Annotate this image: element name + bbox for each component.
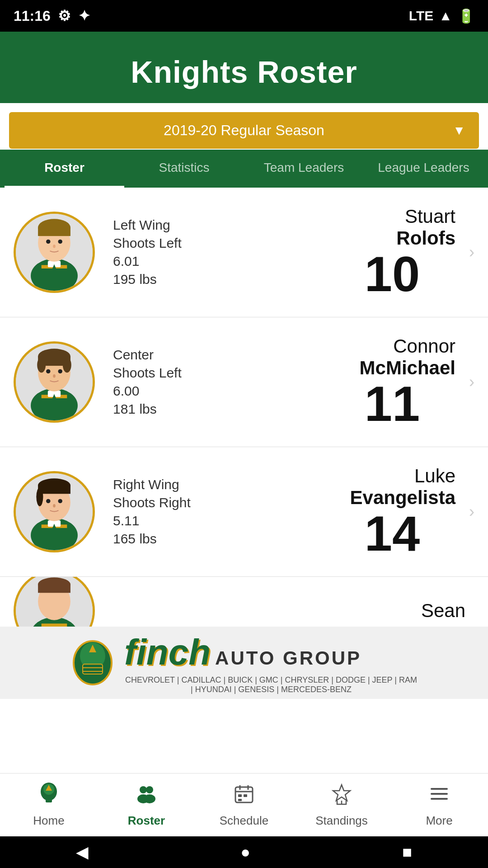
- table-row[interactable]: Left Wing Shoots Left 6.01 195 lbs Stuar…: [0, 188, 488, 317]
- player-identity: Sean: [339, 600, 474, 622]
- battery-icon: 🔋: [458, 8, 474, 24]
- svg-point-9: [46, 240, 50, 244]
- table-row[interactable]: Sean: [0, 577, 488, 627]
- player-identity: Connor McMichael 11: [329, 335, 465, 429]
- nav-item-more[interactable]: More: [390, 774, 488, 836]
- ad-sub-text: AUTO GROUP: [215, 647, 361, 669]
- avatar: [14, 471, 95, 552]
- svg-rect-64: [238, 794, 242, 797]
- svg-rect-8: [38, 227, 70, 236]
- svg-point-23: [46, 369, 50, 373]
- bottom-nav: Home Roster Schedule: [0, 773, 488, 836]
- nav-label-schedule: Schedule: [220, 814, 268, 828]
- chevron-right-icon: ›: [465, 502, 474, 521]
- svg-point-22: [63, 357, 71, 373]
- player-position: Left Wing: [113, 217, 329, 233]
- svg-point-21: [37, 357, 46, 373]
- more-icon: [428, 783, 450, 810]
- player-identity: Luke Evangelista 14: [329, 465, 465, 558]
- player-info: Center Shoots Left 6.00 181 lbs: [95, 347, 329, 417]
- player-weight: 165 lbs: [113, 531, 329, 547]
- tab-roster[interactable]: Roster: [5, 150, 124, 188]
- nav-item-standings[interactable]: Standings: [293, 774, 390, 836]
- player-number: 14: [329, 509, 455, 558]
- svg-point-38: [53, 504, 56, 508]
- page-title: Knights Roster: [9, 54, 479, 90]
- schedule-icon: [233, 783, 255, 810]
- player-shoots: Shoots Left: [113, 365, 329, 381]
- chevron-down-icon: ▼: [453, 123, 465, 138]
- tab-league-leaders[interactable]: League Leaders: [364, 150, 483, 188]
- player-height: 5.11: [113, 513, 329, 528]
- roster-icon: [135, 783, 158, 810]
- svg-rect-65: [244, 794, 247, 797]
- svg-point-25: [53, 374, 56, 378]
- header: Knights Roster: [0, 32, 488, 103]
- status-time: 11:16: [14, 8, 51, 24]
- nav-item-schedule[interactable]: Schedule: [195, 774, 293, 836]
- nav-tabs: Roster Statistics Team Leaders League Le…: [0, 150, 488, 188]
- svg-point-35: [36, 487, 43, 506]
- nav-label-roster: Roster: [128, 814, 165, 828]
- svg-rect-45: [38, 584, 70, 593]
- standings-icon: [330, 783, 353, 810]
- player-number: 10: [329, 249, 455, 299]
- svg-point-11: [53, 245, 56, 248]
- home-icon: [38, 783, 60, 810]
- table-row[interactable]: Center Shoots Left 6.00 181 lbs Connor M…: [0, 317, 488, 447]
- svg-point-59: [144, 794, 155, 803]
- chevron-right-icon: ›: [465, 243, 474, 262]
- ad-banner: finch AUTO GROUP CHEVROLET | CADILLAC | …: [0, 627, 488, 699]
- player-height: 6.00: [113, 383, 329, 399]
- ad-text-group: finch AUTO GROUP CHEVROLET | CADILLAC | …: [124, 632, 418, 694]
- season-dropdown[interactable]: 2019-20 Regular Season ▼: [9, 112, 479, 149]
- svg-point-10: [58, 240, 62, 244]
- svg-point-36: [46, 499, 50, 503]
- player-shoots: Shoots Right: [113, 495, 329, 510]
- avatar: [14, 341, 95, 423]
- lte-label: LTE: [409, 8, 433, 24]
- player-identity: Stuart Rolofs 10: [329, 206, 465, 299]
- player-position: Right Wing: [113, 477, 329, 492]
- player-height: 6.01: [113, 254, 329, 269]
- svg-rect-42: [42, 623, 67, 627]
- home-button[interactable]: ●: [240, 843, 250, 862]
- svg-rect-55: [46, 797, 52, 802]
- nav-item-home[interactable]: Home: [0, 774, 98, 836]
- table-row[interactable]: Right Wing Shoots Right 5.11 165 lbs Luk…: [0, 447, 488, 577]
- svg-rect-34: [38, 485, 70, 494]
- nav-label-more: More: [426, 814, 452, 828]
- player-info: Right Wing Shoots Right 5.11 165 lbs: [95, 477, 329, 547]
- svg-rect-66: [238, 799, 242, 801]
- system-nav-bar: ◀ ● ■: [0, 836, 488, 868]
- ad-tagline: CHEVROLET | CADILLAC | BUICK | GMC | CHR…: [124, 675, 418, 694]
- nav-item-roster[interactable]: Roster: [98, 774, 195, 836]
- player-firstname: Luke: [329, 465, 455, 487]
- settings-icon: ⚙: [58, 7, 71, 24]
- tab-team-leaders[interactable]: Team Leaders: [244, 150, 364, 188]
- recent-button[interactable]: ■: [402, 843, 412, 862]
- chevron-right-icon: ›: [465, 373, 474, 392]
- player-weight: 181 lbs: [113, 401, 329, 417]
- status-bar: 11:16 ⚙ ✦ LTE ▲ 🔋: [0, 0, 488, 32]
- status-right: LTE ▲ 🔋: [409, 8, 474, 24]
- svg-rect-48: [83, 664, 103, 674]
- status-left: 11:16 ⚙ ✦: [14, 7, 90, 24]
- ad-logo-text: finch: [124, 632, 211, 673]
- player-position: Center: [113, 347, 329, 363]
- player-weight: 195 lbs: [113, 272, 329, 287]
- nav-label-home: Home: [33, 814, 64, 828]
- player-list: Left Wing Shoots Left 6.01 195 lbs Stuar…: [0, 188, 488, 627]
- season-label: 2019-20 Regular Season: [23, 122, 465, 139]
- ad-logo-icon: [70, 638, 115, 688]
- activity-icon: ✦: [78, 7, 90, 24]
- player-firstname: Stuart: [329, 206, 455, 227]
- player-firstname: Sean: [339, 600, 465, 622]
- svg-point-24: [58, 369, 62, 373]
- player-firstname: Connor: [329, 335, 455, 357]
- back-button[interactable]: ◀: [76, 843, 89, 862]
- tab-statistics[interactable]: Statistics: [124, 150, 244, 188]
- player-shoots: Shoots Left: [113, 236, 329, 251]
- avatar: [14, 577, 95, 627]
- nav-label-standings: Standings: [315, 814, 368, 828]
